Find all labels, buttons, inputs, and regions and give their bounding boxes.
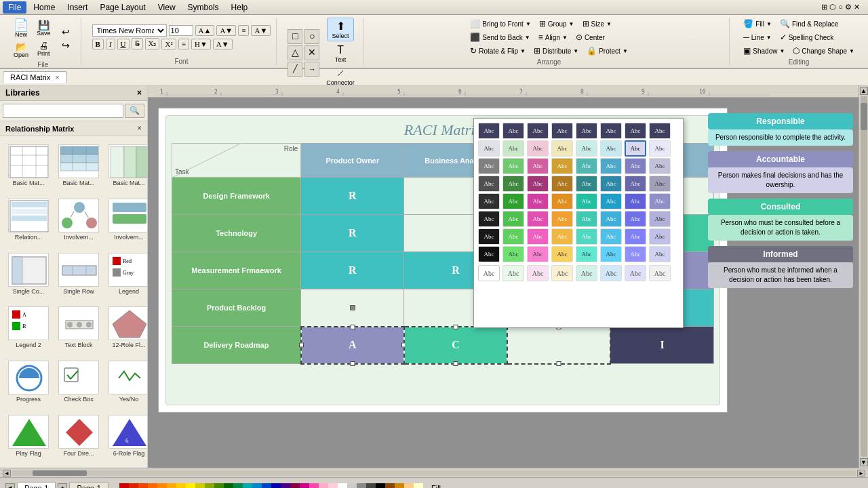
hscroll-left-btn[interactable]: ◄ xyxy=(3,470,11,476)
style-cell[interactable]: Abc xyxy=(625,211,646,227)
page-tab-1[interactable]: Page-1 xyxy=(69,482,108,489)
selection-handle-top-2[interactable] xyxy=(454,325,458,329)
cell-3-0[interactable] xyxy=(301,289,404,327)
style-cell[interactable]: Abc xyxy=(551,176,573,192)
superscript-btn[interactable]: X² xyxy=(161,39,176,49)
color-swatch[interactable] xyxy=(281,483,290,489)
bring-to-front-btn[interactable]: ⬜ Bring to Front ▼ xyxy=(467,18,534,30)
style-cell-bottom[interactable]: Abc xyxy=(625,265,646,281)
color-swatch[interactable] xyxy=(319,483,328,489)
style-cell[interactable]: Abc xyxy=(527,176,549,192)
spelling-check-btn[interactable]: ✓ Spelling Check xyxy=(777,31,837,43)
style-cell-bottom[interactable]: Abc xyxy=(576,265,597,281)
distribute-btn[interactable]: ⊞ Distribute ▼ xyxy=(531,45,581,57)
style-cell[interactable]: Abc xyxy=(502,211,524,227)
list-item[interactable]: Relation... xyxy=(5,196,52,246)
style-cell[interactable]: Abc xyxy=(478,123,500,139)
subheader-close-btn[interactable]: × xyxy=(137,123,142,134)
cell-2-0[interactable]: R xyxy=(301,252,404,289)
style-cell[interactable]: Abc xyxy=(576,140,597,157)
scroll-down-btn[interactable]: ▼ xyxy=(860,458,868,466)
shape-triangle-btn[interactable]: △ xyxy=(288,45,302,60)
style-cell[interactable]: Abc xyxy=(527,123,549,139)
canvas-main[interactable]: RACI Matrix Role Task Produ xyxy=(148,98,859,468)
list-item[interactable]: Involvem... xyxy=(106,196,147,246)
style-cell-bottom[interactable]: Abc xyxy=(600,265,622,281)
color-swatch[interactable] xyxy=(148,483,157,489)
style-cell[interactable]: Abc xyxy=(576,176,597,192)
style-cell[interactable]: Abc xyxy=(600,158,622,174)
list-item[interactable]: Basic Mat... xyxy=(106,142,147,192)
list-item[interactable]: Progress xyxy=(5,358,52,408)
list-item[interactable]: Red Gray Legend xyxy=(106,250,147,300)
color-swatch[interactable] xyxy=(233,483,243,489)
color-swatch[interactable] xyxy=(157,483,167,489)
style-cell[interactable]: Abc xyxy=(551,211,573,227)
style-cell[interactable]: Abc xyxy=(502,140,524,157)
cell-4-0[interactable]: A xyxy=(301,327,404,364)
style-cell[interactable]: Abc xyxy=(478,228,500,245)
color-swatch[interactable] xyxy=(195,483,205,489)
style-cell[interactable]: Abc xyxy=(649,211,671,227)
style-cell[interactable]: Abc xyxy=(576,158,597,174)
style-cell[interactable]: Abc xyxy=(625,228,646,245)
menu-home[interactable]: Home xyxy=(28,1,60,14)
list-item[interactable]: 12-Role Fl... xyxy=(106,304,147,354)
cell-0-0[interactable]: R xyxy=(301,178,404,215)
color-swatch[interactable] xyxy=(376,483,385,489)
undo-btn[interactable]: ↩ xyxy=(56,26,75,38)
color-swatch[interactable] xyxy=(167,483,176,489)
select-btn[interactable]: ⬆ Select xyxy=(327,18,354,41)
font-align-btn[interactable]: ≡ xyxy=(238,25,249,36)
style-cell[interactable]: Abc xyxy=(649,228,671,245)
style-cell[interactable]: Abc xyxy=(649,246,671,262)
connector-btn[interactable]: ⟋ Connector xyxy=(323,66,357,87)
list-item[interactable]: Four Dire... xyxy=(56,412,102,462)
menu-help[interactable]: Help xyxy=(226,1,254,14)
style-cell-bottom[interactable]: Abc xyxy=(478,265,500,281)
shape-x-btn[interactable]: ✕ xyxy=(304,45,319,60)
new-btn[interactable]: 📄New xyxy=(11,18,31,39)
subscript-btn[interactable]: X₂ xyxy=(145,38,160,49)
tab-raci-matrix[interactable]: RACI Matrix × xyxy=(3,71,67,83)
style-cell[interactable]: Abc xyxy=(576,193,597,209)
library-search-btn[interactable]: 🔍 xyxy=(125,104,144,118)
style-cell[interactable]: Abc xyxy=(527,228,549,245)
style-cell-bottom[interactable]: Abc xyxy=(649,265,671,281)
style-cell[interactable]: Abc xyxy=(625,123,646,139)
print-btn[interactable]: 🖨Print xyxy=(34,39,54,58)
redo-btn[interactable]: ↪ xyxy=(56,39,75,52)
style-cell[interactable]: Abc xyxy=(478,246,500,262)
menu-file[interactable]: File xyxy=(3,1,26,14)
style-cell-bottom[interactable]: Abc xyxy=(527,265,549,281)
style-cell[interactable]: Abc xyxy=(502,193,524,209)
style-cell[interactable]: Abc xyxy=(600,140,622,157)
shape-ellipse-btn[interactable]: ○ xyxy=(304,29,319,44)
color-swatch[interactable] xyxy=(414,483,423,489)
selection-handle-bottom-3[interactable] xyxy=(557,361,561,366)
style-cell[interactable]: Abc xyxy=(600,228,622,245)
style-cell-selected[interactable]: Abc xyxy=(625,140,646,157)
text-color-btn[interactable]: A▼ xyxy=(213,39,233,49)
group-btn[interactable]: ⊞ Group ▼ xyxy=(536,18,577,30)
font-size-input[interactable] xyxy=(169,25,193,36)
style-cell[interactable]: Abc xyxy=(600,193,622,209)
style-cell[interactable]: Abc xyxy=(649,193,671,209)
shape-arrow-btn[interactable]: → xyxy=(304,62,319,77)
color-swatch[interactable] xyxy=(366,483,376,489)
cell-4-1[interactable]: C xyxy=(404,327,507,364)
selection-handle-left[interactable] xyxy=(299,343,304,348)
line-btn[interactable]: ─ Line ▼ xyxy=(741,31,774,43)
style-cell[interactable]: Abc xyxy=(502,246,524,262)
style-cell[interactable]: Abc xyxy=(649,176,671,192)
color-swatch[interactable] xyxy=(186,483,195,489)
style-cell[interactable]: Abc xyxy=(502,123,524,139)
list-item[interactable]: 6 6-Role Flag xyxy=(106,412,147,462)
style-cell[interactable]: Abc xyxy=(600,123,622,139)
style-cell[interactable]: Abc xyxy=(576,211,597,227)
menu-page-layout[interactable]: Page Layout xyxy=(94,1,151,14)
style-cell[interactable]: Abc xyxy=(478,158,500,174)
color-swatch[interactable] xyxy=(243,483,252,489)
page-add-btn[interactable]: + xyxy=(58,483,67,489)
list-item[interactable]: Single Co... xyxy=(5,250,52,300)
